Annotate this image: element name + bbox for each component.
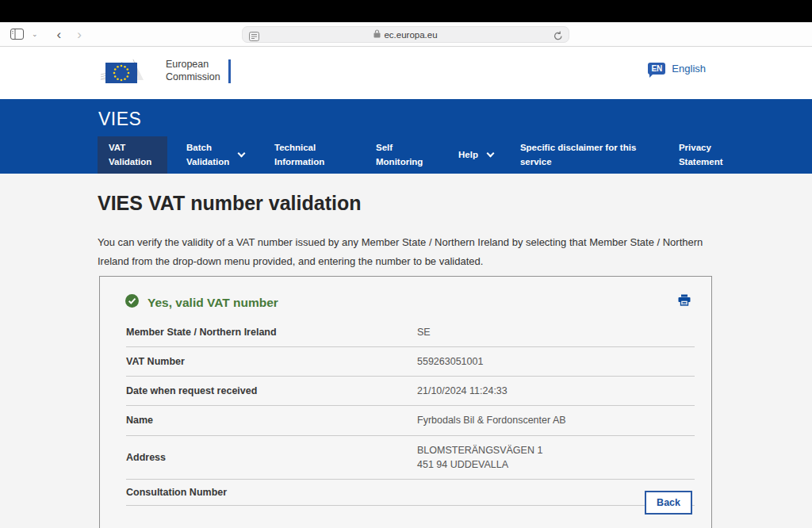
nav-technical-information[interactable]: Technical Information [263,136,346,174]
address-bar[interactable]: ec.europa.eu [242,26,569,43]
table-row: Name Fyrbodals Bil & Fordonscenter AB [126,406,695,435]
row-value: BLOMSTERÄNGSVÄGEN 1 451 94 UDDEVALLA [417,435,695,479]
language-selector[interactable]: EN English [648,63,706,75]
status-row: Yes, valid VAT number [125,294,278,311]
reload-icon[interactable] [553,30,563,44]
nav-self-monitoring[interactable]: Self Monitoring [365,136,442,174]
table-row: VAT Number 559263051001 [126,347,695,377]
sidebar-toggle-icon[interactable] [10,27,24,41]
chevron-down-icon [238,150,246,158]
language-label: English [672,63,706,75]
page-description: You can verify the validity of a VAT num… [98,233,708,271]
ec-logo-text: European Commission [166,59,220,83]
nav-vat-validation[interactable]: VAT Validation [98,136,167,174]
row-value: 559263051001 [417,347,695,377]
nav-batch-validation[interactable]: Batch Validation [175,136,249,174]
row-value: 21/10/2024 11:24:33 [417,377,695,406]
ec-flag-graphic [98,53,159,90]
browser-toolbar: ⌄ ‹ › ec.europa.eu [0,22,812,47]
table-row: Member State / Northern Ireland SE [126,318,695,347]
row-value: Fyrbodals Bil & Fordonscenter AB [417,406,695,435]
ec-header: European Commission EN English [0,47,812,99]
nav-help[interactable]: Help [447,136,504,174]
ec-logo-divider [228,59,231,83]
valid-check-icon [125,294,139,311]
result-table: Member State / Northern Ireland SE VAT N… [126,318,695,506]
sidebar-chevron-icon[interactable]: ⌄ [32,30,38,38]
row-label: Address [126,435,417,479]
row-label: Member State / Northern Ireland [126,318,417,347]
ec-logo[interactable]: European Commission [98,53,231,90]
back-icon[interactable]: ‹ [57,28,62,41]
table-row: Consultation Number [126,479,695,505]
row-value: SE [417,318,695,347]
mac-menubar [0,0,812,22]
back-button[interactable]: Back [645,491,692,515]
page-title: VIES VAT number validation [98,192,361,215]
print-icon[interactable] [678,294,691,309]
nav-specific-disclaimer[interactable]: Specific disclaimer for this service [509,136,650,174]
row-label: Date when request received [126,377,417,406]
status-text: Yes, valid VAT number [147,296,278,310]
lock-icon [373,29,381,40]
table-row: Address BLOMSTERÄNGSVÄGEN 1 451 94 UDDEV… [126,435,695,479]
url-text: ec.europa.eu [384,30,437,40]
site-title: VIES [98,109,141,130]
screen: ⌄ ‹ › ec.europa.eu [0,0,812,528]
forward-icon: › [77,28,82,41]
table-row: Date when request received 21/10/2024 11… [126,377,695,406]
row-label: Consultation Number [126,479,417,505]
row-label: Name [126,406,417,435]
row-label: VAT Number [126,347,417,377]
nav-privacy-statement[interactable]: Privacy Statement [668,136,745,174]
reader-mode-icon[interactable] [249,30,259,44]
validation-result-card: Yes, valid VAT number Member State / Nor… [99,276,712,528]
vies-band: VIES VAT Validation Batch Validation Tec… [0,99,812,174]
main-nav: VAT Validation Batch Validation Technica… [98,136,745,174]
chevron-down-icon [486,150,494,158]
language-code-badge: EN [648,63,665,75]
